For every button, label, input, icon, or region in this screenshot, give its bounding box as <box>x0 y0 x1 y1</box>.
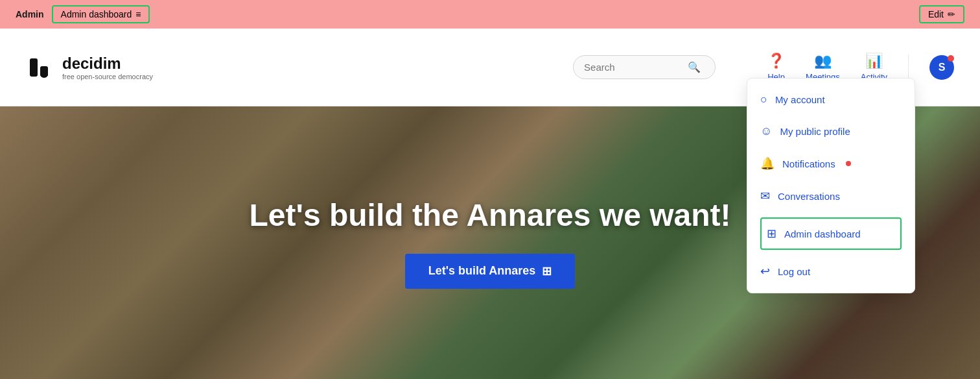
admin-label: Admin <box>16 9 44 19</box>
dashboard-icon: ≡ <box>135 9 141 19</box>
activity-icon: 📊 <box>865 53 883 69</box>
edit-button[interactable]: Edit ✏ <box>919 5 964 23</box>
hero-title: Let's build the Annares we want! <box>249 197 730 233</box>
dropdown-item-conversations[interactable]: ✉ Conversations <box>747 180 915 212</box>
logo-icon <box>26 52 57 83</box>
my-public-profile-label: My public profile <box>780 126 850 137</box>
dropdown-item-log-out[interactable]: ↩ Log out <box>747 255 915 287</box>
conversations-label: Conversations <box>778 191 840 202</box>
hero-cta-icon: ⊞ <box>542 264 552 278</box>
logo[interactable]: decidim free open-source democracy <box>26 52 153 83</box>
hero-cta-button[interactable]: Let's build Annares ⊞ <box>405 254 576 289</box>
nav-divider <box>908 55 909 80</box>
logo-text: decidim free open-source democracy <box>62 55 153 80</box>
dropdown-item-notifications[interactable]: 🔔 Notifications <box>747 147 915 180</box>
conversations-icon: ✉ <box>760 189 770 203</box>
meetings-icon: 👥 <box>814 53 832 69</box>
dropdown-admin-dashboard-wrapper: ⊞ Admin dashboard <box>747 212 915 255</box>
svg-rect-0 <box>30 58 38 77</box>
edit-icon: ✏ <box>948 9 955 19</box>
dropdown-item-my-account[interactable]: ○ My account <box>747 84 915 116</box>
user-dropdown: ○ My account ☺ My public profile 🔔 Notif… <box>747 78 915 293</box>
hero-cta-label: Let's build Annares <box>428 264 536 278</box>
admin-bar-left: Admin Admin dashboard ≡ <box>16 5 150 23</box>
account-icon: ○ <box>760 93 767 106</box>
user-avatar[interactable]: S <box>929 55 954 80</box>
log-out-icon: ↩ <box>760 264 770 278</box>
avatar-initial: S <box>939 62 946 73</box>
search-input[interactable] <box>584 62 688 73</box>
search-icon: 🔍 <box>688 61 701 73</box>
admin-dashboard-btn-label: Admin dashboard <box>61 9 132 19</box>
logo-subtitle: free open-source democracy <box>62 73 153 80</box>
admin-bar: Admin Admin dashboard ≡ Edit ✏ <box>0 0 980 29</box>
public-profile-icon: ☺ <box>760 125 772 138</box>
edit-btn-label: Edit <box>928 9 944 19</box>
my-account-label: My account <box>775 94 825 105</box>
log-out-label: Log out <box>778 266 810 277</box>
admin-dashboard-label: Admin dashboard <box>784 228 861 239</box>
dropdown-item-admin-dashboard[interactable]: ⊞ Admin dashboard <box>760 217 902 250</box>
search-box[interactable]: 🔍 <box>573 55 716 79</box>
svg-point-2 <box>40 70 48 78</box>
admin-dashboard-button[interactable]: Admin dashboard ≡ <box>52 5 150 23</box>
notifications-icon: 🔔 <box>760 156 775 171</box>
notifications-dot <box>846 161 851 166</box>
admin-bar-right: Edit ✏ <box>919 5 964 23</box>
avatar-notification-dot <box>948 55 954 62</box>
dropdown-item-my-public-profile[interactable]: ☺ My public profile <box>747 116 915 147</box>
help-icon: ❓ <box>767 53 785 69</box>
logo-name: decidim <box>62 55 121 72</box>
admin-dashboard-icon: ⊞ <box>767 226 776 241</box>
notifications-label: Notifications <box>782 158 835 169</box>
